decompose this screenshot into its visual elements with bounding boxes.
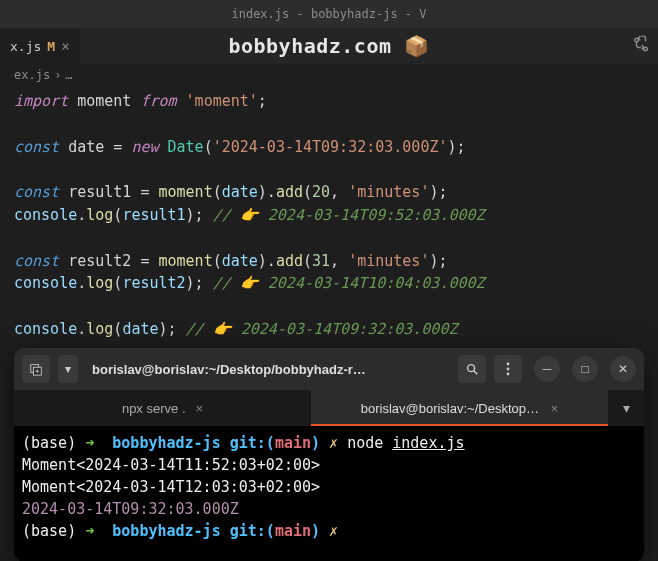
menu-icon[interactable] <box>494 355 522 383</box>
vscode-titlebar: index.js - bobbyhadz-js - V <box>0 0 658 28</box>
editor-tab-indexjs[interactable]: x.js M × <box>0 28 81 64</box>
terminal-tab-close-icon[interactable]: × <box>551 401 559 416</box>
terminal-title: borislav@borislav:~/Desktop/bobbyhadz-r… <box>86 362 450 377</box>
terminal-tab-menu-icon[interactable]: ▾ <box>608 390 644 426</box>
breadcrumb-more: … <box>65 68 72 82</box>
window-title: index.js - bobbyhadz-js - V <box>231 7 426 21</box>
terminal-tab-1[interactable]: npx serve . × <box>14 390 311 426</box>
terminal-tabs: npx serve . × borislav@borislav:~/Deskto… <box>14 390 644 426</box>
tab-modified-indicator: M <box>47 39 55 54</box>
terminal-tab-2[interactable]: borislav@borislav:~/Desktop/b… × <box>311 390 608 426</box>
code-editor[interactable]: import moment from 'moment'; const date … <box>0 86 658 345</box>
search-icon[interactable] <box>458 355 486 383</box>
svg-point-7 <box>507 373 510 376</box>
editor-tabbar: x.js M × bobbyhadz.com 📦 <box>0 28 658 64</box>
terminal-output[interactable]: (base) ➜ bobbyhadz-js git:(main) ✗ node … <box>14 426 644 561</box>
terminal-titlebar: ▾ borislav@borislav:~/Desktop/bobbyhadz-… <box>14 348 644 390</box>
chevron-right-icon: › <box>54 68 61 82</box>
tab-close-icon[interactable]: × <box>61 38 69 54</box>
svg-point-6 <box>507 368 510 371</box>
terminal-dropdown-icon[interactable]: ▾ <box>58 355 78 383</box>
svg-point-5 <box>507 363 510 366</box>
maximize-icon[interactable]: □ <box>572 356 598 382</box>
terminal-tab-close-icon[interactable]: × <box>196 401 204 416</box>
watermark-text: bobbyhadz.com 📦 <box>0 28 658 64</box>
terminal-window: ▾ borislav@borislav:~/Desktop/bobbyhadz-… <box>14 348 644 561</box>
git-compare-icon[interactable] <box>632 36 650 57</box>
close-icon[interactable]: ✕ <box>610 356 636 382</box>
tab-filename: x.js <box>10 39 41 54</box>
breadcrumb-file: ex.js <box>14 68 50 82</box>
breadcrumb[interactable]: ex.js › … <box>0 64 658 86</box>
terminal-newtab-icon[interactable] <box>22 355 50 383</box>
minimize-icon[interactable]: ─ <box>534 356 560 382</box>
svg-point-4 <box>468 365 475 372</box>
